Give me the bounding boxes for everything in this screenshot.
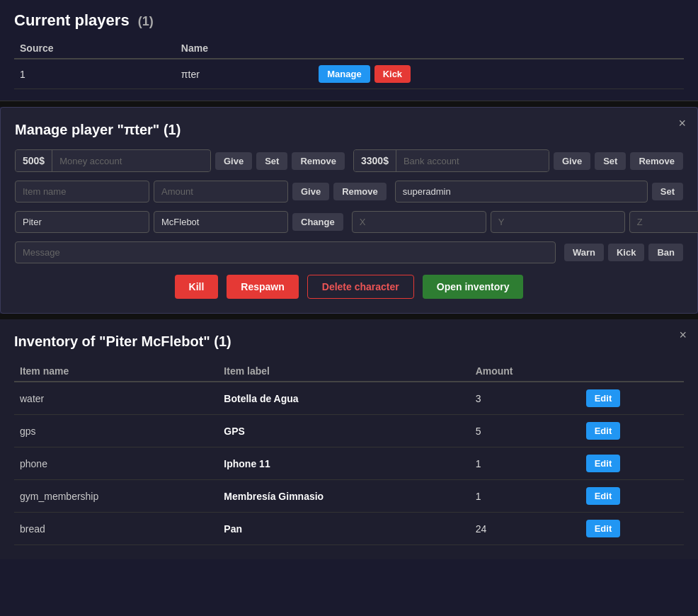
inv-edit-button[interactable]: Edit xyxy=(586,389,621,407)
warn-button[interactable]: Warn xyxy=(564,244,604,261)
superadmin-input[interactable] xyxy=(395,181,648,203)
inv-amount: 24 xyxy=(470,513,580,545)
amount-input[interactable] xyxy=(154,181,288,203)
inv-edit-cell: Edit xyxy=(580,382,684,415)
money-remove-button[interactable]: Remove xyxy=(292,152,345,170)
table-row: 1 πter Manage Kick xyxy=(14,59,684,89)
money-give-button[interactable]: Give xyxy=(215,152,252,170)
inv-edit-button[interactable]: Edit xyxy=(586,520,621,537)
player-source: 1 xyxy=(14,59,176,89)
inv-item-label: Iphone 11 xyxy=(218,447,469,480)
col-actions xyxy=(313,38,684,59)
inventory-row: bread Pan 24 Edit xyxy=(14,513,684,545)
inventory-row: gps GPS 5 Edit xyxy=(14,415,684,447)
item-superadmin-row: Give Remove Set xyxy=(15,181,683,203)
money-prefix: 500$ xyxy=(16,150,52,171)
divider-2 xyxy=(0,314,698,319)
inventory-row: water Botella de Agua 3 Edit xyxy=(14,382,684,415)
title-count: (1) xyxy=(138,14,154,28)
bank-account-input[interactable] xyxy=(396,151,549,171)
inv-edit-cell: Edit xyxy=(580,447,684,480)
ban-button[interactable]: Ban xyxy=(648,244,683,261)
name-teleport-row: Change Teleport xyxy=(15,211,683,233)
inv-item-name: water xyxy=(14,382,218,415)
title-text: Current players xyxy=(14,11,130,29)
z-input[interactable] xyxy=(629,211,698,233)
y-input[interactable] xyxy=(491,211,625,233)
delete-character-button[interactable]: Delete character xyxy=(307,275,414,299)
inv-item-name: phone xyxy=(14,447,218,480)
kick-button-row[interactable]: Kick xyxy=(374,65,411,83)
item-remove-button[interactable]: Remove xyxy=(333,183,387,200)
inv-edit-button[interactable]: Edit xyxy=(586,455,621,472)
inv-item-label: Pan xyxy=(218,513,469,545)
inv-edit-button[interactable]: Edit xyxy=(586,422,621,440)
inv-item-name: bread xyxy=(14,513,218,545)
inv-edit-cell: Edit xyxy=(580,513,684,545)
col-name: Name xyxy=(176,38,313,59)
bank-prefix: 3300$ xyxy=(354,150,396,171)
action-row: Kill Respawn Delete character Open inven… xyxy=(15,275,683,299)
money-account-input[interactable] xyxy=(52,151,210,171)
money-set-button[interactable]: Set xyxy=(256,152,287,170)
player-actions: Manage Kick xyxy=(313,59,684,89)
inv-amount: 1 xyxy=(470,480,580,513)
name-change-button[interactable]: Change xyxy=(292,213,343,231)
inv-item-label: GPS xyxy=(218,415,469,447)
money-bank-row: 500$ Give Set Remove 3300$ Give Set Remo… xyxy=(15,149,683,172)
inventory-close-button[interactable]: × xyxy=(679,328,687,343)
superadmin-set-button[interactable]: Set xyxy=(652,183,683,200)
col-source: Source xyxy=(14,38,176,59)
inventory-row: gym_membership Membresía Gimnasio 1 Edit xyxy=(14,480,684,513)
x-input[interactable] xyxy=(352,211,486,233)
message-row: Warn Kick Ban xyxy=(15,241,683,263)
item-name-input[interactable] xyxy=(15,181,149,203)
inventory-table: Item name Item label Amount water Botell… xyxy=(14,361,684,545)
item-give-button[interactable]: Give xyxy=(292,183,329,200)
inv-item-name: gps xyxy=(14,415,218,447)
bank-input-group: 3300$ xyxy=(353,149,549,172)
inventory-row: phone Iphone 11 1 Edit xyxy=(14,447,684,480)
inv-amount: 1 xyxy=(470,447,580,480)
inv-amount: 3 xyxy=(470,382,580,415)
inv-item-name: gym_membership xyxy=(14,480,218,513)
divider-1 xyxy=(0,101,698,107)
inv-amount: 5 xyxy=(470,415,580,447)
inv-col-item-label: Item label xyxy=(218,361,469,382)
inv-item-label: Membresía Gimnasio xyxy=(218,480,469,513)
inv-edit-cell: Edit xyxy=(580,415,684,447)
bank-remove-button[interactable]: Remove xyxy=(630,152,683,170)
bank-give-button[interactable]: Give xyxy=(554,152,590,170)
inv-edit-button[interactable]: Edit xyxy=(586,487,621,505)
bank-set-button[interactable]: Set xyxy=(595,152,626,170)
players-table: Source Name 1 πter Manage Kick xyxy=(14,38,684,89)
firstname-input[interactable] xyxy=(15,211,149,233)
kill-button[interactable]: Kill xyxy=(175,275,219,299)
open-inventory-button[interactable]: Open inventory xyxy=(423,275,524,299)
manage-panel: Manage player "πter" (1) × 500$ Give Set… xyxy=(0,107,698,314)
current-players-title: Current players (1) xyxy=(14,11,684,30)
manage-title: Manage player "πter" (1) xyxy=(15,122,683,138)
manage-button[interactable]: Manage xyxy=(319,65,370,83)
message-input[interactable] xyxy=(15,241,556,263)
inv-edit-cell: Edit xyxy=(580,480,684,513)
player-name: πter xyxy=(176,59,313,89)
inv-item-label: Botella de Agua xyxy=(218,382,469,415)
inventory-panel: Inventory of "Piter McFlebot" (1) × Item… xyxy=(0,319,698,559)
inv-col-item-name: Item name xyxy=(14,361,218,382)
inventory-title: Inventory of "Piter McFlebot" (1) xyxy=(14,333,684,350)
lastname-input[interactable] xyxy=(154,211,288,233)
current-players-section: Current players (1) Source Name 1 πter M… xyxy=(0,0,698,101)
money-input-group: 500$ xyxy=(15,149,211,172)
inv-col-actions xyxy=(580,361,684,382)
kick-button[interactable]: Kick xyxy=(608,244,644,261)
inv-col-amount: Amount xyxy=(470,361,580,382)
respawn-button[interactable]: Respawn xyxy=(227,275,298,299)
manage-close-button[interactable]: × xyxy=(678,116,686,131)
